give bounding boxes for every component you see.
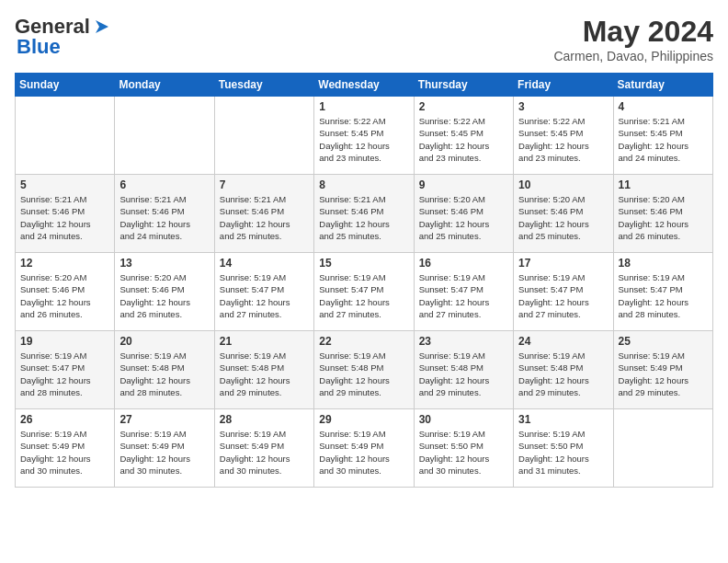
logo: General Blue <box>15 15 112 59</box>
weekday-header: Sunday <box>16 74 115 97</box>
day-number: 8 <box>319 178 408 191</box>
calendar-cell: 19Sunrise: 5:19 AM Sunset: 5:47 PM Dayli… <box>16 331 115 409</box>
day-info: Sunrise: 5:19 AM Sunset: 5:48 PM Dayligh… <box>419 350 508 398</box>
day-info: Sunrise: 5:20 AM Sunset: 5:46 PM Dayligh… <box>20 271 109 320</box>
day-number: 15 <box>319 257 408 270</box>
weekday-header: Tuesday <box>214 74 313 97</box>
calendar-cell: 10Sunrise: 5:20 AM Sunset: 5:46 PM Dayli… <box>514 175 613 253</box>
calendar-cell: 4Sunrise: 5:21 AM Sunset: 5:45 PM Daylig… <box>613 97 712 175</box>
day-number: 4 <box>619 100 708 113</box>
weekday-header: Friday <box>514 74 613 97</box>
calendar-cell <box>214 97 313 175</box>
calendar-cell: 28Sunrise: 5:19 AM Sunset: 5:49 PM Dayli… <box>214 409 313 488</box>
calendar-cell: 16Sunrise: 5:19 AM Sunset: 5:47 PM Dayli… <box>414 253 513 331</box>
calendar-cell: 11Sunrise: 5:20 AM Sunset: 5:46 PM Dayli… <box>613 175 712 253</box>
day-number: 22 <box>319 335 408 348</box>
day-info: Sunrise: 5:19 AM Sunset: 5:48 PM Dayligh… <box>119 350 209 398</box>
header: General Blue May 2024 Carmen, Davao, Phi… <box>15 15 713 63</box>
location: Carmen, Davao, Philippines <box>553 49 713 63</box>
calendar-cell: 14Sunrise: 5:19 AM Sunset: 5:47 PM Dayli… <box>214 253 313 331</box>
day-number: 13 <box>119 257 209 270</box>
calendar-table: SundayMondayTuesdayWednesdayThursdayFrid… <box>15 73 713 488</box>
calendar-cell: 8Sunrise: 5:21 AM Sunset: 5:46 PM Daylig… <box>314 175 414 253</box>
calendar-cell: 25Sunrise: 5:19 AM Sunset: 5:49 PM Dayli… <box>613 331 712 409</box>
calendar-cell: 17Sunrise: 5:19 AM Sunset: 5:47 PM Dayli… <box>514 253 613 331</box>
calendar-cell: 21Sunrise: 5:19 AM Sunset: 5:48 PM Dayli… <box>214 331 313 409</box>
day-number: 21 <box>220 335 309 348</box>
calendar-cell: 3Sunrise: 5:22 AM Sunset: 5:45 PM Daylig… <box>514 97 613 175</box>
day-info: Sunrise: 5:22 AM Sunset: 5:45 PM Dayligh… <box>419 115 508 164</box>
weekday-header: Wednesday <box>314 74 414 97</box>
day-number: 12 <box>20 257 109 270</box>
day-info: Sunrise: 5:19 AM Sunset: 5:47 PM Dayligh… <box>419 271 508 320</box>
calendar-cell: 27Sunrise: 5:19 AM Sunset: 5:49 PM Dayli… <box>115 409 214 488</box>
day-number: 18 <box>619 257 708 270</box>
day-info: Sunrise: 5:19 AM Sunset: 5:47 PM Dayligh… <box>619 271 708 320</box>
calendar-cell: 12Sunrise: 5:20 AM Sunset: 5:46 PM Dayli… <box>16 253 115 331</box>
day-info: Sunrise: 5:19 AM Sunset: 5:47 PM Dayligh… <box>220 271 309 320</box>
day-number: 25 <box>619 335 708 348</box>
day-number: 5 <box>20 178 109 191</box>
day-info: Sunrise: 5:21 AM Sunset: 5:46 PM Dayligh… <box>119 193 209 242</box>
day-info: Sunrise: 5:20 AM Sunset: 5:46 PM Dayligh… <box>619 193 708 242</box>
day-number: 11 <box>619 178 708 191</box>
logo-arrow-icon <box>92 17 112 37</box>
calendar-cell: 20Sunrise: 5:19 AM Sunset: 5:48 PM Dayli… <box>115 331 214 409</box>
day-number: 31 <box>518 413 608 426</box>
calendar-cell: 5Sunrise: 5:21 AM Sunset: 5:46 PM Daylig… <box>16 175 115 253</box>
calendar-cell: 15Sunrise: 5:19 AM Sunset: 5:47 PM Dayli… <box>314 253 414 331</box>
day-number: 2 <box>419 100 508 113</box>
calendar-cell: 24Sunrise: 5:19 AM Sunset: 5:48 PM Dayli… <box>514 331 613 409</box>
calendar-week-row: 5Sunrise: 5:21 AM Sunset: 5:46 PM Daylig… <box>16 175 713 253</box>
calendar-week-row: 1Sunrise: 5:22 AM Sunset: 5:45 PM Daylig… <box>16 97 713 175</box>
day-info: Sunrise: 5:19 AM Sunset: 5:49 PM Dayligh… <box>119 428 209 477</box>
day-number: 28 <box>220 413 309 426</box>
day-info: Sunrise: 5:19 AM Sunset: 5:47 PM Dayligh… <box>20 350 109 398</box>
day-number: 24 <box>518 335 608 348</box>
calendar-cell: 22Sunrise: 5:19 AM Sunset: 5:48 PM Dayli… <box>314 331 414 409</box>
weekday-header: Monday <box>115 74 214 97</box>
weekday-header: Thursday <box>414 74 513 97</box>
day-info: Sunrise: 5:20 AM Sunset: 5:46 PM Dayligh… <box>419 193 508 242</box>
day-info: Sunrise: 5:21 AM Sunset: 5:46 PM Dayligh… <box>319 193 408 242</box>
calendar-cell <box>115 97 214 175</box>
day-info: Sunrise: 5:21 AM Sunset: 5:46 PM Dayligh… <box>20 193 109 242</box>
calendar-body: 1Sunrise: 5:22 AM Sunset: 5:45 PM Daylig… <box>16 97 713 488</box>
day-number: 6 <box>119 178 209 191</box>
day-number: 29 <box>319 413 408 426</box>
day-info: Sunrise: 5:19 AM Sunset: 5:50 PM Dayligh… <box>419 428 508 477</box>
day-info: Sunrise: 5:19 AM Sunset: 5:48 PM Dayligh… <box>518 350 608 398</box>
day-info: Sunrise: 5:19 AM Sunset: 5:48 PM Dayligh… <box>319 350 408 398</box>
calendar-cell: 18Sunrise: 5:19 AM Sunset: 5:47 PM Dayli… <box>613 253 712 331</box>
day-number: 27 <box>119 413 209 426</box>
calendar-cell: 23Sunrise: 5:19 AM Sunset: 5:48 PM Dayli… <box>414 331 513 409</box>
day-info: Sunrise: 5:21 AM Sunset: 5:45 PM Dayligh… <box>619 115 708 164</box>
day-number: 1 <box>319 100 408 113</box>
calendar-week-row: 19Sunrise: 5:19 AM Sunset: 5:47 PM Dayli… <box>16 331 713 409</box>
day-number: 19 <box>20 335 109 348</box>
day-number: 26 <box>20 413 109 426</box>
day-info: Sunrise: 5:19 AM Sunset: 5:50 PM Dayligh… <box>518 428 608 477</box>
svg-marker-0 <box>96 20 108 33</box>
calendar-week-row: 26Sunrise: 5:19 AM Sunset: 5:49 PM Dayli… <box>16 409 713 488</box>
calendar-cell: 7Sunrise: 5:21 AM Sunset: 5:46 PM Daylig… <box>214 175 313 253</box>
calendar-cell: 13Sunrise: 5:20 AM Sunset: 5:46 PM Dayli… <box>115 253 214 331</box>
calendar-cell: 6Sunrise: 5:21 AM Sunset: 5:46 PM Daylig… <box>115 175 214 253</box>
day-number: 7 <box>220 178 309 191</box>
day-number: 23 <box>419 335 508 348</box>
calendar-cell <box>613 409 712 488</box>
month-year: May 2024 <box>553 15 713 49</box>
title-block: May 2024 Carmen, Davao, Philippines <box>553 15 713 63</box>
calendar-cell: 26Sunrise: 5:19 AM Sunset: 5:49 PM Dayli… <box>16 409 115 488</box>
day-number: 17 <box>518 257 608 270</box>
day-info: Sunrise: 5:21 AM Sunset: 5:46 PM Dayligh… <box>220 193 309 242</box>
calendar-cell: 30Sunrise: 5:19 AM Sunset: 5:50 PM Dayli… <box>414 409 513 488</box>
day-info: Sunrise: 5:19 AM Sunset: 5:48 PM Dayligh… <box>220 350 309 398</box>
calendar-header: SundayMondayTuesdayWednesdayThursdayFrid… <box>16 74 713 97</box>
calendar-cell <box>16 97 115 175</box>
day-info: Sunrise: 5:19 AM Sunset: 5:49 PM Dayligh… <box>619 350 708 398</box>
calendar-cell: 1Sunrise: 5:22 AM Sunset: 5:45 PM Daylig… <box>314 97 414 175</box>
day-number: 3 <box>518 100 608 113</box>
day-number: 9 <box>419 178 508 191</box>
calendar-cell: 31Sunrise: 5:19 AM Sunset: 5:50 PM Dayli… <box>514 409 613 488</box>
